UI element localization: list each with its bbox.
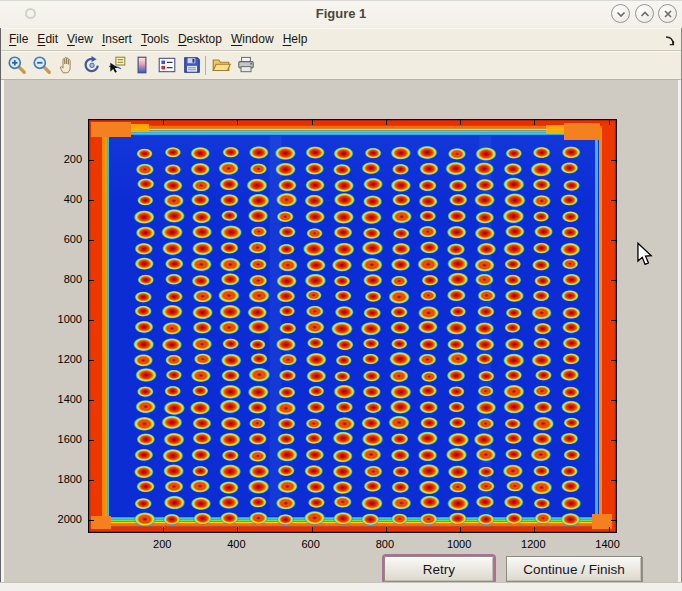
window-border-bottom — [0, 582, 682, 591]
y-tick-label: 1000 — [36, 312, 82, 326]
pan-hand-icon — [57, 55, 77, 75]
zoom-in-button[interactable] — [6, 54, 28, 76]
retry-button[interactable]: Retry — [384, 556, 494, 582]
y-tick-label: 1400 — [36, 392, 82, 406]
minimize-button[interactable] — [611, 4, 630, 23]
x-tick-label: 400 — [214, 537, 258, 551]
zoom-out-button[interactable] — [31, 54, 53, 76]
save-icon — [182, 55, 202, 75]
data-cursor-icon — [107, 55, 127, 75]
open-folder-icon — [211, 55, 231, 75]
rotate-3d-button[interactable] — [81, 54, 103, 76]
x-tick-label: 800 — [363, 537, 407, 551]
y-tick-label: 600 — [36, 232, 82, 246]
x-tick-label: 1200 — [511, 537, 555, 551]
window-border-left-highlight — [1, 80, 4, 582]
y-tick-label: 1600 — [36, 432, 82, 446]
pan-hand-button[interactable] — [56, 54, 78, 76]
menu-item-view[interactable]: View — [67, 32, 93, 46]
toolbar-separator — [205, 56, 206, 75]
zoom-in-icon — [7, 55, 27, 75]
figure-window: Figure 1 FileEditViewInsertToolsDesktopW… — [0, 0, 682, 591]
menu-item-window[interactable]: Window — [231, 32, 274, 46]
menu-item-edit[interactable]: Edit — [37, 32, 58, 46]
print-button[interactable] — [235, 54, 257, 76]
insert-legend-button[interactable] — [156, 54, 178, 76]
mouse-cursor-icon — [636, 242, 653, 271]
x-tick-label: 1000 — [437, 537, 481, 551]
chevron-down-icon — [613, 6, 629, 22]
print-icon — [236, 55, 256, 75]
open-folder-button[interactable] — [210, 54, 232, 76]
menu-item-file[interactable]: File — [9, 32, 28, 46]
y-tick-label: 200 — [36, 152, 82, 166]
zoom-out-icon — [32, 55, 52, 75]
menu-item-desktop[interactable]: Desktop — [178, 32, 222, 46]
data-cursor-button[interactable] — [106, 54, 128, 76]
x-tick-label: 600 — [289, 537, 333, 551]
undock-arrow-icon[interactable] — [664, 33, 676, 51]
insert-colorbar-button[interactable] — [131, 54, 153, 76]
y-tick-label: 1800 — [36, 472, 82, 486]
continue-finish-button[interactable]: Continue / Finish — [506, 556, 642, 582]
menu-item-insert[interactable]: Insert — [102, 32, 132, 46]
menu-item-help[interactable]: Help — [283, 32, 308, 46]
chevron-up-icon — [637, 6, 653, 22]
x-tick-label: 200 — [140, 537, 184, 551]
x-tick-label: 1400 — [586, 537, 630, 551]
y-tick-label: 800 — [36, 272, 82, 286]
y-tick-label: 2000 — [36, 512, 82, 526]
save-button[interactable] — [181, 54, 203, 76]
close-icon — [660, 6, 676, 22]
y-tick-label: 1200 — [36, 352, 82, 366]
insert-colorbar-icon — [132, 55, 152, 75]
heatmap-image[interactable] — [89, 120, 616, 532]
window-title: Figure 1 — [0, 0, 682, 28]
maximize-button[interactable] — [635, 4, 654, 23]
menu-item-tools[interactable]: Tools — [141, 32, 169, 46]
menu-bar: FileEditViewInsertToolsDesktopWindowHelp — [0, 28, 682, 50]
y-tick-label: 400 — [36, 192, 82, 206]
rotate-3d-icon — [82, 55, 102, 75]
insert-legend-icon — [157, 55, 177, 75]
close-button[interactable] — [658, 4, 677, 23]
plot-axes[interactable] — [88, 119, 617, 533]
